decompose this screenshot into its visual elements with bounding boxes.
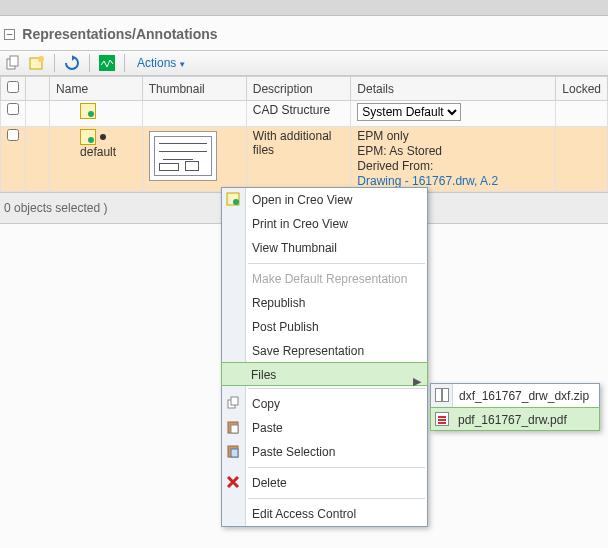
caret-down-icon: ▼ <box>178 60 186 69</box>
svg-point-6 <box>233 199 239 205</box>
collapse-toggle[interactable]: − <box>4 29 15 40</box>
row-checkbox[interactable] <box>7 129 19 141</box>
svg-rect-10 <box>231 425 238 433</box>
details-select[interactable]: System Default <box>357 103 461 121</box>
section-header: − Representations/Annotations <box>0 16 608 50</box>
menu-label: Save Representation <box>252 344 364 358</box>
description-cell: With additional files <box>246 127 351 192</box>
menu-label: Copy <box>252 397 280 411</box>
menu-label: View Thumbnail <box>252 241 337 255</box>
paste-icon <box>225 419 241 435</box>
checkbox-header <box>1 77 26 101</box>
menu-label: Paste <box>252 421 283 435</box>
refresh-icon[interactable] <box>63 54 81 72</box>
section-title: Representations/Annotations <box>22 26 217 42</box>
zip-file-icon <box>434 387 450 403</box>
svg-rect-1 <box>10 56 18 66</box>
menu-label: Files <box>251 368 276 382</box>
menu-separator <box>248 498 425 499</box>
menu-label: Print in Creo View <box>252 217 348 231</box>
menu-paste[interactable]: Paste <box>222 416 427 440</box>
col-name[interactable]: Name <box>50 77 143 101</box>
menu-paste-selection[interactable]: Paste Selection <box>222 440 427 464</box>
col-thumbnail[interactable]: Thumbnail <box>142 77 246 101</box>
row-checkbox[interactable] <box>7 103 19 115</box>
detail-line: EPM only <box>357 129 549 144</box>
file-label: dxf_161767_drw_dxf.zip <box>459 389 589 403</box>
toolbar-divider <box>89 54 90 72</box>
col-locked[interactable]: Locked <box>556 77 608 101</box>
default-indicator-icon <box>100 134 106 140</box>
menu-print-creo-view[interactable]: Print in Creo View <box>222 212 427 236</box>
table-row[interactable]: default With additional files EPM only <box>1 127 608 192</box>
thumbnail-preview[interactable] <box>149 131 217 181</box>
new-item-icon[interactable] <box>28 54 46 72</box>
copy-icon[interactable] <box>4 54 22 72</box>
menu-label: Open in Creo View <box>252 193 353 207</box>
table-row[interactable]: CAD Structure System Default <box>1 101 608 127</box>
toolbar-divider <box>54 54 55 72</box>
menu-separator <box>248 467 425 468</box>
col-details[interactable]: Details <box>351 77 556 101</box>
context-menu: Open in Creo View Print in Creo View Vie… <box>221 187 428 527</box>
menu-open-creo-view[interactable]: Open in Creo View <box>222 188 427 212</box>
menu-make-default: Make Default Representation <box>222 267 427 291</box>
svg-rect-8 <box>231 397 238 405</box>
activity-icon[interactable] <box>98 54 116 72</box>
menu-files[interactable]: Files ▶ <box>221 362 428 386</box>
file-label: pdf_161767_drw.pdf <box>458 413 567 427</box>
menu-label: Delete <box>252 476 287 490</box>
submenu-arrow-icon: ▶ <box>413 369 421 393</box>
detail-line: EPM: As Stored <box>357 144 549 159</box>
menu-label: Paste Selection <box>252 445 335 459</box>
description-cell: CAD Structure <box>246 101 351 127</box>
file-item-zip[interactable]: dxf_161767_drw_dxf.zip <box>431 384 599 408</box>
menu-label: Post Publish <box>252 320 319 334</box>
rep-name: default <box>80 145 116 159</box>
menu-copy[interactable]: Copy <box>222 392 427 416</box>
svg-point-3 <box>38 56 44 62</box>
toolbar: Actions▼ <box>0 50 608 76</box>
svg-rect-12 <box>231 449 238 457</box>
gap-header <box>26 77 50 101</box>
paste-selection-icon <box>225 443 241 459</box>
header-row: Name Thumbnail Description Details Locke… <box>1 77 608 101</box>
menu-separator <box>248 263 425 264</box>
col-description[interactable]: Description <box>246 77 351 101</box>
window-top-bar <box>0 0 608 16</box>
menu-republish[interactable]: Republish <box>222 291 427 315</box>
rep-type-icon <box>80 129 96 145</box>
menu-edit-access-control[interactable]: Edit Access Control <box>222 502 427 526</box>
delete-icon <box>225 474 241 490</box>
pdf-file-icon <box>434 411 450 427</box>
data-grid: Name Thumbnail Description Details Locke… <box>0 76 608 192</box>
toolbar-divider <box>124 54 125 72</box>
actions-label: Actions <box>137 56 176 70</box>
files-submenu: dxf_161767_drw_dxf.zip pdf_161767_drw.pd… <box>430 383 600 431</box>
menu-delete[interactable]: Delete <box>222 471 427 495</box>
rep-type-icon <box>80 103 96 119</box>
menu-label: Make Default Representation <box>252 272 407 286</box>
menu-post-publish[interactable]: Post Publish <box>222 315 427 339</box>
actions-menu[interactable]: Actions▼ <box>133 56 190 70</box>
creo-view-icon <box>225 191 241 207</box>
menu-separator <box>248 388 425 389</box>
menu-view-thumbnail[interactable]: View Thumbnail <box>222 236 427 260</box>
menu-label: Edit Access Control <box>252 507 356 521</box>
file-item-pdf[interactable]: pdf_161767_drw.pdf <box>430 407 600 431</box>
detail-line: Derived From: Drawing - 161767.drw, A.2 <box>357 159 549 189</box>
select-all-checkbox[interactable] <box>7 81 19 93</box>
details-cell: EPM only EPM: As Stored Derived From: Dr… <box>357 129 549 189</box>
menu-label: Republish <box>252 296 305 310</box>
copy-icon <box>225 395 241 411</box>
menu-save-representation[interactable]: Save Representation <box>222 339 427 363</box>
